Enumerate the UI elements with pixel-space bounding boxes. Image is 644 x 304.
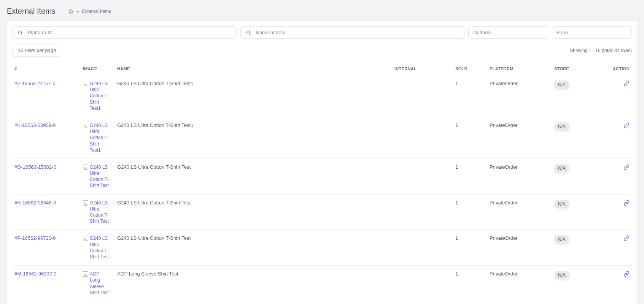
item-name-cell: G240 LS Ultra Cotton T-Shirt Test1	[115, 75, 392, 117]
item-name-cell: G240 LS Ultra Cotton T-Shirt Test1	[115, 117, 392, 158]
showing-text: Showing 1 - 10 (total: 31 rows)	[570, 48, 632, 53]
broken-image-icon	[83, 271, 88, 277]
th-action: ACTION	[605, 63, 632, 75]
item-thumbnail[interactable]: G240 LS Ultra Cotton T-Shirt Test	[83, 235, 110, 260]
home-icon[interactable]	[68, 9, 73, 14]
platform-cell: PrivateOrder	[487, 158, 552, 194]
action-cell	[605, 117, 632, 158]
item-id-link[interactable]: #O-16563-15802-0	[14, 164, 56, 170]
th-platform: PLATFORM	[487, 63, 552, 75]
page-title: External Items	[7, 7, 56, 16]
thumbnail-alt-text: G240 LS Ultra Cotton T-Shirt Test	[90, 200, 110, 225]
breadcrumb-sep: »	[76, 9, 79, 14]
item-id-link[interactable]: #M-16562-96337-0	[14, 271, 57, 277]
platform-cell: PrivateOrder	[487, 230, 552, 266]
table-header-row: # IMAGE NAME INTERNAL SOLD PLATFORM STOR…	[12, 63, 632, 75]
table-row: #M-16562-96337-0AOP Long Sleeve Shirt Te…	[12, 266, 632, 301]
thumbnail-alt-text: AOP Long Sleeve Shirt Test	[90, 271, 110, 296]
toolbar: 10 rows per page Showing 1 - 10 (total: …	[12, 44, 632, 57]
sold-cell: 1	[453, 117, 487, 158]
platform-id-input[interactable]	[12, 26, 237, 39]
store-badge: N/A	[554, 200, 569, 208]
thumbnail-alt-text: G240 LS Ultra Cotton T-Shirt Test	[90, 164, 110, 189]
action-cell	[605, 266, 632, 301]
table-row: #Z-16563-24751-0G240 LS Ultra Cotton T-S…	[12, 75, 632, 117]
table-row: #R-16562-96846-0G240 LS Ultra Cotton T-S…	[12, 194, 632, 230]
link-icon[interactable]	[623, 271, 630, 277]
item-thumbnail[interactable]: G240 LS Ultra Cotton T-Shirt Test1	[83, 122, 110, 153]
svg-line-1	[21, 33, 22, 35]
th-internal: INTERNAL	[392, 63, 453, 75]
item-name-cell: AOP Long Sleeve Shirt Test	[115, 266, 392, 301]
rows-per-page-select[interactable]: 10 rows per page	[12, 44, 62, 57]
th-store: STORE	[552, 63, 605, 75]
sold-cell: 1	[453, 194, 487, 230]
platform-select[interactable]: Platform	[468, 26, 548, 39]
internal-cell	[392, 158, 453, 194]
sold-cell: 1	[453, 266, 487, 301]
breadcrumb-current: External Items	[82, 9, 111, 14]
th-image: IMAGE	[81, 63, 115, 75]
items-table: # IMAGE NAME INTERNAL SOLD PLATFORM STOR…	[12, 63, 632, 301]
broken-image-icon	[83, 81, 88, 86]
internal-cell	[392, 230, 453, 266]
action-cell	[605, 230, 632, 266]
platform-cell: PrivateOrder	[487, 117, 552, 158]
th-id: #	[12, 63, 81, 75]
link-icon[interactable]	[623, 200, 630, 206]
sold-cell: 1	[453, 158, 487, 194]
th-name: NAME	[115, 63, 392, 75]
store-badge: N/A	[554, 271, 569, 279]
table-row: #K-16563-23959-0G240 LS Ultra Cotton T-S…	[12, 117, 632, 158]
search-icon	[246, 30, 251, 35]
action-cell	[605, 194, 632, 230]
action-cell	[605, 75, 632, 117]
divider	[62, 7, 62, 16]
content-card: Platform Store 10 rows per page Showing …	[7, 21, 637, 304]
internal-cell	[392, 117, 453, 158]
page-header: External Items » External Items	[0, 0, 644, 21]
item-thumbnail[interactable]: AOP Long Sleeve Shirt Test	[83, 271, 110, 296]
link-icon[interactable]	[623, 81, 630, 87]
item-thumbnail[interactable]: G240 LS Ultra Cotton T-Shirt Test	[83, 200, 110, 225]
internal-cell	[392, 194, 453, 230]
platform-cell: PrivateOrder	[487, 194, 552, 230]
breadcrumb: » External Items	[68, 9, 111, 14]
item-thumbnail[interactable]: G240 LS Ultra Cotton T-Shirt Test1	[83, 81, 110, 111]
broken-image-icon	[83, 200, 88, 206]
broken-image-icon	[83, 165, 88, 170]
broken-image-icon	[83, 123, 88, 128]
link-icon[interactable]	[623, 122, 630, 128]
link-icon[interactable]	[623, 164, 630, 170]
sold-cell: 1	[453, 75, 487, 117]
item-id-link[interactable]: #P-16562-96720-0	[14, 235, 56, 241]
item-id-link[interactable]: #Z-16563-24751-0	[14, 81, 56, 86]
action-cell	[605, 158, 632, 194]
item-id-link[interactable]: #K-16563-23959-0	[14, 122, 56, 128]
link-icon[interactable]	[623, 235, 630, 241]
sold-cell: 1	[453, 230, 487, 266]
platform-cell: PrivateOrder	[487, 75, 552, 117]
store-badge: N/A	[554, 122, 569, 131]
table-row: #O-16563-15802-0G240 LS Ultra Cotton T-S…	[12, 158, 632, 194]
item-thumbnail[interactable]: G240 LS Ultra Cotton T-Shirt Test	[83, 164, 110, 189]
platform-select-wrap: Platform	[468, 26, 548, 39]
store-badge: N/A	[554, 81, 569, 89]
store-select[interactable]: Store	[552, 26, 632, 39]
item-name-search-wrap	[240, 26, 465, 39]
item-name-cell: G240 LS Ultra Cotton T-Shirt Test	[115, 230, 392, 266]
thumbnail-alt-text: G240 LS Ultra Cotton T-Shirt Test1	[90, 122, 110, 153]
item-id-link[interactable]: #R-16562-96846-0	[14, 200, 56, 206]
item-name-cell: G240 LS Ultra Cotton T-Shirt Test	[115, 158, 392, 194]
item-name-cell: G240 LS Ultra Cotton T-Shirt Test	[115, 194, 392, 230]
svg-point-2	[246, 31, 250, 34]
thumbnail-alt-text: G240 LS Ultra Cotton T-Shirt Test	[90, 235, 110, 260]
store-badge: N/A	[554, 235, 569, 244]
store-badge: N/A	[554, 164, 569, 173]
internal-cell	[392, 75, 453, 117]
platform-id-search-wrap	[12, 26, 237, 39]
svg-point-0	[18, 31, 21, 34]
item-name-input[interactable]	[240, 26, 465, 39]
thumbnail-alt-text: G240 LS Ultra Cotton T-Shirt Test1	[90, 81, 110, 111]
svg-line-3	[249, 33, 250, 35]
